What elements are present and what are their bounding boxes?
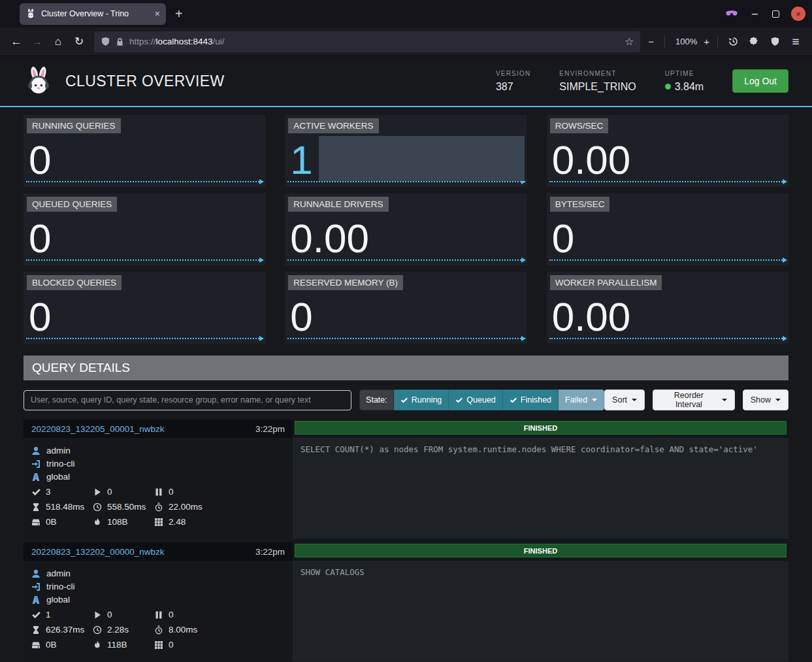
queued-splits-value: 0 bbox=[169, 487, 174, 497]
state-running-button[interactable]: Running bbox=[394, 389, 449, 410]
cumulative-memory-value: 108B bbox=[107, 517, 128, 527]
check-icon bbox=[31, 488, 41, 497]
chevron-down-icon bbox=[592, 399, 597, 401]
blocked-time-value: 22.00ms bbox=[169, 502, 203, 512]
sparkline-axis bbox=[26, 259, 262, 261]
query-user: admin bbox=[46, 569, 71, 578]
browser-tab[interactable]: Cluster Overview - Trino × bbox=[20, 3, 166, 25]
zoom-level[interactable]: 100% bbox=[675, 37, 697, 46]
forward-icon[interactable]: → bbox=[27, 32, 47, 52]
state-queued-button[interactable]: Queued bbox=[449, 389, 502, 410]
query-sql-text: SELECT COUNT(*) as nodes FROM system.run… bbox=[293, 438, 788, 538]
back-icon[interactable]: ← bbox=[7, 32, 26, 52]
query-id-bar: 20220823_132205_00001_nwbzk 3:22pm bbox=[24, 420, 293, 438]
query-stats: admin trino-cli global 3 0 0 518.48ms 55… bbox=[24, 438, 293, 538]
trino-logo-bunny-icon bbox=[24, 66, 54, 96]
zoom-in-icon[interactable]: + bbox=[704, 36, 709, 47]
grid-icon bbox=[154, 518, 163, 527]
query-resource-group: global bbox=[46, 472, 70, 482]
url-bar[interactable]: https://localhost:8443/ui/ ☆ bbox=[94, 31, 640, 52]
uptime-text: 3.84m bbox=[675, 81, 704, 93]
queued-splits-value: 0 bbox=[169, 610, 174, 620]
memory-row: 0B 118B 0 bbox=[31, 640, 285, 650]
sort-dropdown[interactable]: Sort bbox=[604, 389, 645, 410]
parallelism-value: 0 bbox=[169, 640, 174, 650]
history-icon[interactable] bbox=[723, 32, 743, 52]
tab-close-icon[interactable]: × bbox=[155, 8, 160, 19]
query-source-line: trino-cli bbox=[31, 582, 285, 591]
browser-nav-bar: ← → ⌂ ↻ https://localhost:8443/ui/ ☆ − 1… bbox=[0, 27, 812, 56]
tile-worker-parallelism: WORKER PARALLELISM 0.00 bbox=[547, 272, 788, 344]
window-close-button[interactable]: × bbox=[791, 7, 805, 21]
reload-icon[interactable]: ↻ bbox=[69, 32, 89, 52]
resource-group-icon bbox=[31, 472, 41, 482]
state-filter-label: State: bbox=[359, 389, 394, 410]
environment-info: ENVIRONMENT SIMPLE_TRINO bbox=[559, 70, 636, 93]
bookmark-star-icon[interactable]: ☆ bbox=[625, 35, 634, 48]
running-splits-value: 0 bbox=[107, 487, 112, 497]
tile-bytes-per-sec: BYTES/SEC 0 bbox=[547, 193, 788, 265]
privacy-shield-icon[interactable] bbox=[765, 32, 785, 52]
url-text[interactable]: https://localhost:8443/ui/ bbox=[129, 37, 619, 46]
show-dropdown[interactable]: Show bbox=[743, 389, 788, 410]
state-queued-label: Queued bbox=[466, 395, 495, 405]
grid-icon bbox=[154, 640, 163, 650]
current-memory: 0B bbox=[31, 640, 93, 650]
cumulative-memory: 118B bbox=[93, 640, 154, 650]
menu-icon[interactable]: ≡ bbox=[786, 32, 805, 52]
user-icon bbox=[31, 446, 41, 455]
lock-icon[interactable] bbox=[116, 37, 124, 46]
hourglass-icon bbox=[31, 503, 41, 512]
running-splits-value: 0 bbox=[107, 610, 112, 620]
cumulative-memory-value: 118B bbox=[107, 640, 127, 650]
tile-label: ACTIVE WORKERS bbox=[288, 118, 378, 133]
wall-time: 518.48ms bbox=[31, 502, 93, 512]
environment-value: SIMPLE_TRINO bbox=[559, 81, 636, 93]
uptime-status-dot bbox=[665, 84, 671, 90]
tab-favicon-bunny-icon bbox=[25, 8, 36, 19]
check-icon bbox=[455, 397, 463, 404]
shield-icon[interactable] bbox=[101, 37, 110, 46]
parallelism: 2.48 bbox=[154, 517, 186, 527]
resource-group-icon bbox=[31, 595, 41, 604]
flame-icon bbox=[93, 518, 102, 527]
running-splits: 0 bbox=[93, 610, 154, 620]
tile-value: 0 bbox=[552, 220, 574, 257]
tile-label: RUNNABLE DRIVERS bbox=[288, 197, 388, 212]
window-minimize-button[interactable]: – bbox=[752, 8, 758, 20]
state-failed-dropdown[interactable]: Failed bbox=[559, 389, 604, 410]
new-tab-button[interactable]: + bbox=[175, 7, 183, 22]
queued-splits: 0 bbox=[154, 487, 174, 497]
zoom-out-icon[interactable]: − bbox=[648, 36, 654, 47]
cumulative-memory: 108B bbox=[93, 517, 154, 527]
tile-label: ROWS/SEC bbox=[550, 118, 609, 133]
query-id-link[interactable]: 20220823_132202_00000_nwbzk bbox=[31, 547, 255, 557]
check-icon bbox=[31, 610, 41, 620]
state-finished-button[interactable]: Finished bbox=[503, 389, 559, 410]
status-badge: FINISHED bbox=[295, 421, 787, 435]
logout-button[interactable]: Log Out bbox=[732, 69, 788, 93]
reorder-interval-dropdown[interactable]: Reorder Interval bbox=[653, 389, 735, 410]
query-id-link[interactable]: 20220823_132205_00001_nwbzk bbox=[31, 424, 255, 434]
window-restore-button[interactable] bbox=[772, 10, 779, 18]
sparkline-axis bbox=[26, 338, 262, 339]
app-header: CLUSTER OVERVIEW VERSION 387 ENVIRONMENT… bbox=[0, 56, 812, 107]
home-icon[interactable]: ⌂ bbox=[48, 32, 68, 52]
tile-value: 0 bbox=[290, 299, 312, 335]
search-input[interactable] bbox=[24, 390, 351, 410]
splits-row: 1 0 0 bbox=[31, 610, 285, 620]
zoom-controls: − 100% + bbox=[648, 36, 709, 48]
version-label: VERSION bbox=[496, 70, 530, 77]
query-user: admin bbox=[46, 446, 71, 455]
time-row: 518.48ms 558.50ms 22.00ms bbox=[31, 502, 285, 512]
url-scheme: https:// bbox=[129, 37, 156, 46]
completed-splits: 3 bbox=[31, 487, 93, 497]
browser-tab-bar: Cluster Overview - Trino × + – × bbox=[0, 0, 812, 27]
tile-value: 0.00 bbox=[552, 142, 631, 178]
extension-icon[interactable] bbox=[744, 32, 764, 52]
blocked-time-value: 8.00ms bbox=[169, 625, 197, 635]
tile-active-workers: ACTIVE WORKERS 1 bbox=[285, 115, 527, 187]
state-failed-label: Failed bbox=[565, 395, 587, 405]
query-user-line: admin bbox=[31, 569, 285, 578]
query-sql-text: SHOW CATALOGS bbox=[293, 561, 788, 661]
